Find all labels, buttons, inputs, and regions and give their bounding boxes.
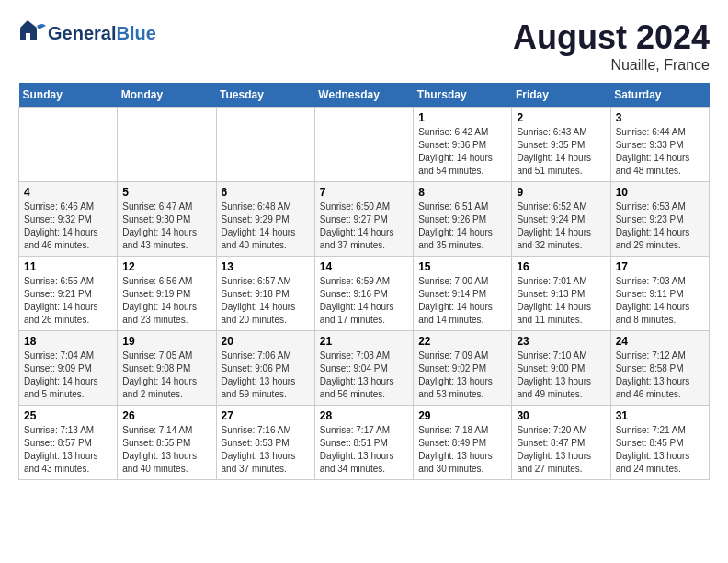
day-info: Sunrise: 7:16 AM Sunset: 8:53 PM Dayligh…: [222, 424, 310, 476]
day-number: 2: [517, 111, 605, 124]
day-number: 15: [418, 260, 506, 273]
day-info: Sunrise: 6:48 AM Sunset: 9:29 PM Dayligh…: [222, 201, 310, 252]
day-number: 13: [222, 260, 310, 273]
calendar-cell: 16Sunrise: 7:01 AM Sunset: 9:13 PM Dayli…: [512, 257, 610, 331]
column-header-sunday: Sunday: [19, 83, 118, 108]
calendar-cell: 19Sunrise: 7:05 AM Sunset: 9:08 PM Dayli…: [118, 331, 216, 406]
calendar-cell: 21Sunrise: 7:08 AM Sunset: 9:04 PM Dayli…: [314, 331, 413, 406]
week-row-2: 4Sunrise: 6:46 AM Sunset: 9:32 PM Daylig…: [19, 182, 710, 257]
day-number: 3: [616, 111, 704, 124]
day-info: Sunrise: 7:13 AM Sunset: 8:57 PM Dayligh…: [24, 424, 112, 476]
calendar-cell: 10Sunrise: 6:53 AM Sunset: 9:23 PM Dayli…: [610, 182, 709, 257]
calendar-cell: 22Sunrise: 7:09 AM Sunset: 9:02 PM Dayli…: [414, 331, 512, 406]
calendar-cell: [19, 108, 118, 182]
main-title: August 2024: [513, 18, 710, 57]
day-number: 21: [320, 335, 408, 348]
day-number: 22: [418, 335, 506, 348]
day-number: 23: [517, 335, 605, 348]
calendar-cell: 14Sunrise: 6:59 AM Sunset: 9:16 PM Dayli…: [314, 257, 413, 331]
day-info: Sunrise: 7:00 AM Sunset: 9:14 PM Dayligh…: [418, 275, 506, 327]
day-info: Sunrise: 7:04 AM Sunset: 9:09 PM Dayligh…: [24, 350, 112, 401]
day-info: Sunrise: 7:05 AM Sunset: 9:08 PM Dayligh…: [122, 350, 210, 401]
header-row: SundayMondayTuesdayWednesdayThursdayFrid…: [19, 83, 710, 108]
column-header-friday: Friday: [512, 83, 610, 108]
week-row-5: 25Sunrise: 7:13 AM Sunset: 8:57 PM Dayli…: [19, 406, 710, 480]
logo-general: General: [48, 23, 116, 43]
day-number: 11: [24, 260, 112, 273]
calendar-cell: 2Sunrise: 6:43 AM Sunset: 9:35 PM Daylig…: [512, 108, 610, 182]
day-number: 26: [122, 409, 210, 422]
calendar-cell: 17Sunrise: 7:03 AM Sunset: 9:11 PM Dayli…: [610, 257, 709, 331]
column-header-thursday: Thursday: [414, 83, 512, 108]
day-info: Sunrise: 6:44 AM Sunset: 9:33 PM Dayligh…: [616, 126, 704, 178]
calendar-cell: 27Sunrise: 7:16 AM Sunset: 8:53 PM Dayli…: [216, 406, 314, 480]
day-info: Sunrise: 6:56 AM Sunset: 9:19 PM Dayligh…: [122, 275, 210, 327]
day-number: 31: [616, 409, 704, 422]
day-number: 4: [24, 186, 112, 199]
day-info: Sunrise: 7:14 AM Sunset: 8:55 PM Dayligh…: [122, 424, 210, 476]
calendar-cell: 4Sunrise: 6:46 AM Sunset: 9:32 PM Daylig…: [19, 182, 118, 257]
day-info: Sunrise: 6:50 AM Sunset: 9:27 PM Dayligh…: [320, 201, 408, 252]
day-number: 30: [517, 409, 605, 422]
day-info: Sunrise: 7:09 AM Sunset: 9:02 PM Dayligh…: [418, 350, 506, 401]
logo-blue: Blue: [116, 23, 155, 43]
calendar-cell: 20Sunrise: 7:06 AM Sunset: 9:06 PM Dayli…: [216, 331, 314, 406]
calendar-cell: 8Sunrise: 6:51 AM Sunset: 9:26 PM Daylig…: [414, 182, 512, 257]
day-number: 10: [616, 186, 704, 199]
day-info: Sunrise: 7:08 AM Sunset: 9:04 PM Dayligh…: [320, 350, 408, 401]
calendar-cell: 9Sunrise: 6:52 AM Sunset: 9:24 PM Daylig…: [512, 182, 610, 257]
calendar-cell: [314, 108, 413, 182]
week-row-4: 18Sunrise: 7:04 AM Sunset: 9:09 PM Dayli…: [19, 331, 710, 406]
day-number: 1: [418, 111, 506, 124]
day-info: Sunrise: 7:03 AM Sunset: 9:11 PM Dayligh…: [616, 275, 704, 327]
day-info: Sunrise: 6:55 AM Sunset: 9:21 PM Dayligh…: [24, 275, 112, 327]
calendar-cell: 25Sunrise: 7:13 AM Sunset: 8:57 PM Dayli…: [19, 406, 118, 480]
day-info: Sunrise: 7:10 AM Sunset: 9:00 PM Dayligh…: [517, 350, 605, 401]
calendar-cell: [118, 108, 216, 182]
day-number: 24: [616, 335, 704, 348]
title-section: August 2024 Nuaille, France: [513, 18, 710, 74]
column-header-monday: Monday: [118, 83, 216, 108]
day-number: 19: [122, 335, 210, 348]
day-info: Sunrise: 6:53 AM Sunset: 9:23 PM Dayligh…: [616, 201, 704, 252]
day-info: Sunrise: 6:52 AM Sunset: 9:24 PM Dayligh…: [517, 201, 605, 252]
calendar-cell: 3Sunrise: 6:44 AM Sunset: 9:33 PM Daylig…: [610, 108, 709, 182]
calendar-cell: 29Sunrise: 7:18 AM Sunset: 8:49 PM Dayli…: [414, 406, 512, 480]
day-info: Sunrise: 6:42 AM Sunset: 9:36 PM Dayligh…: [418, 126, 506, 178]
day-number: 20: [222, 335, 310, 348]
calendar-cell: 1Sunrise: 6:42 AM Sunset: 9:36 PM Daylig…: [414, 108, 512, 182]
day-number: 17: [616, 260, 704, 273]
calendar-cell: 15Sunrise: 7:00 AM Sunset: 9:14 PM Dayli…: [414, 257, 512, 331]
calendar-cell: 13Sunrise: 6:57 AM Sunset: 9:18 PM Dayli…: [216, 257, 314, 331]
calendar-cell: 5Sunrise: 6:47 AM Sunset: 9:30 PM Daylig…: [118, 182, 216, 257]
day-info: Sunrise: 7:21 AM Sunset: 8:45 PM Dayligh…: [616, 424, 704, 476]
day-info: Sunrise: 7:18 AM Sunset: 8:49 PM Dayligh…: [418, 424, 506, 476]
day-number: 9: [517, 186, 605, 199]
day-number: 6: [222, 186, 310, 199]
calendar-cell: 30Sunrise: 7:20 AM Sunset: 8:47 PM Dayli…: [512, 406, 610, 480]
day-number: 27: [222, 409, 310, 422]
day-number: 5: [122, 186, 210, 199]
day-number: 28: [320, 409, 408, 422]
day-info: Sunrise: 6:47 AM Sunset: 9:30 PM Dayligh…: [122, 201, 210, 252]
svg-marker-1: [20, 20, 37, 28]
day-info: Sunrise: 6:46 AM Sunset: 9:32 PM Dayligh…: [24, 201, 112, 252]
logo-icon: [18, 18, 48, 48]
calendar-cell: 24Sunrise: 7:12 AM Sunset: 8:58 PM Dayli…: [610, 331, 709, 406]
day-number: 29: [418, 409, 506, 422]
day-info: Sunrise: 7:12 AM Sunset: 8:58 PM Dayligh…: [616, 350, 704, 401]
calendar-cell: 26Sunrise: 7:14 AM Sunset: 8:55 PM Dayli…: [118, 406, 216, 480]
svg-rect-2: [26, 33, 30, 40]
column-header-wednesday: Wednesday: [314, 83, 413, 108]
location-subtitle: Nuaille, France: [513, 57, 710, 74]
day-number: 8: [418, 186, 506, 199]
day-info: Sunrise: 7:06 AM Sunset: 9:06 PM Dayligh…: [222, 350, 310, 401]
calendar-cell: 28Sunrise: 7:17 AM Sunset: 8:51 PM Dayli…: [314, 406, 413, 480]
day-info: Sunrise: 6:59 AM Sunset: 9:16 PM Dayligh…: [320, 275, 408, 327]
calendar-cell: [216, 108, 314, 182]
calendar-cell: 11Sunrise: 6:55 AM Sunset: 9:21 PM Dayli…: [19, 257, 118, 331]
column-header-tuesday: Tuesday: [216, 83, 314, 108]
day-number: 7: [320, 186, 408, 199]
day-info: Sunrise: 7:20 AM Sunset: 8:47 PM Dayligh…: [517, 424, 605, 476]
calendar-cell: 18Sunrise: 7:04 AM Sunset: 9:09 PM Dayli…: [19, 331, 118, 406]
